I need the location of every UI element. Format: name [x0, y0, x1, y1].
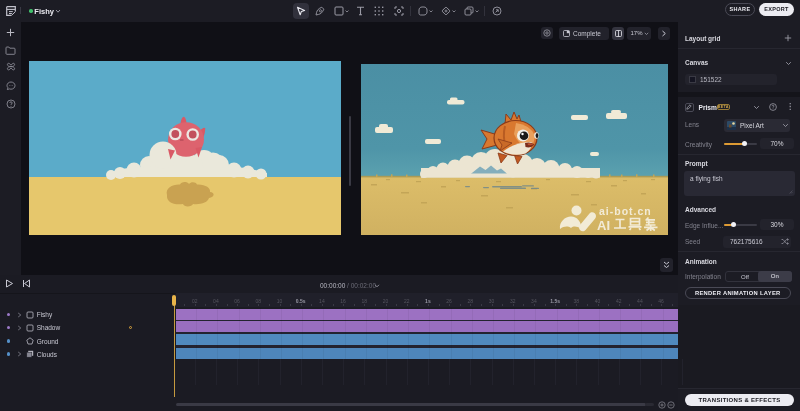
svg-text:AI: AI: [597, 217, 610, 232]
svg-text:ai-bot.cn: ai-bot.cn: [599, 205, 652, 217]
